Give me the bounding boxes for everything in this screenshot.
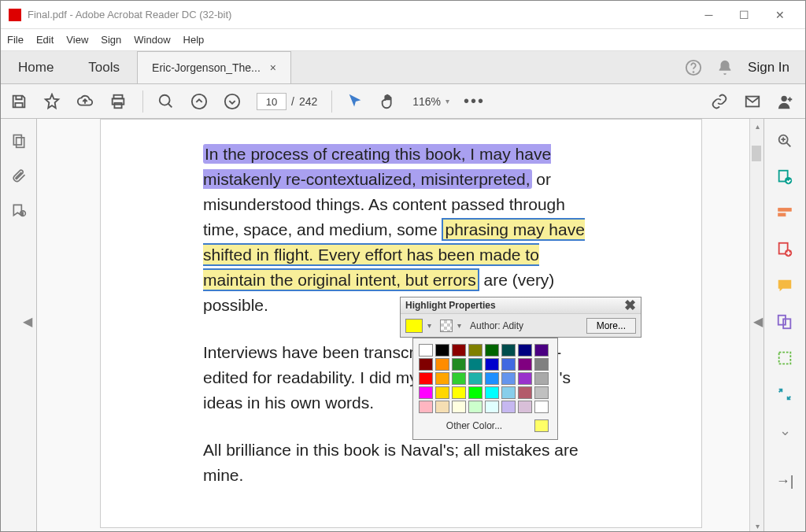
color-cell[interactable] <box>534 386 549 399</box>
attachment-icon[interactable] <box>11 168 27 183</box>
zoom-icon[interactable] <box>157 93 176 110</box>
more-icon[interactable]: ••• <box>464 92 482 110</box>
color-cell[interactable] <box>419 344 433 357</box>
print-icon[interactable] <box>109 93 128 110</box>
expand-tools-icon[interactable]: ⌄ <box>774 419 796 441</box>
page-up-icon[interactable] <box>190 93 209 110</box>
color-cell[interactable] <box>435 372 449 385</box>
menu-window[interactable]: Window <box>134 34 170 46</box>
color-cell[interactable] <box>452 344 466 357</box>
help-icon[interactable] <box>685 59 702 76</box>
add-person-icon[interactable] <box>777 93 796 110</box>
hand-tool-icon[interactable] <box>379 93 398 110</box>
scrollbar-thumb[interactable] <box>752 146 761 161</box>
menu-view[interactable]: View <box>66 34 88 46</box>
color-cell[interactable] <box>435 344 449 357</box>
color-cell[interactable] <box>435 386 449 399</box>
right-collapse-icon[interactable]: ◀ <box>753 314 763 329</box>
menu-help[interactable]: Help <box>183 34 205 46</box>
signin-button[interactable]: Sign In <box>748 60 789 76</box>
color-cell[interactable] <box>534 344 549 357</box>
zoom-display[interactable]: 116% ▾ <box>412 95 449 108</box>
other-color-button[interactable]: Other Color... <box>422 420 527 431</box>
page-current-input[interactable]: 10 <box>257 93 287 110</box>
color-cell[interactable] <box>435 401 449 413</box>
color-cell[interactable] <box>501 344 516 357</box>
color-cell[interactable] <box>419 372 433 385</box>
color-cell[interactable] <box>518 386 532 399</box>
color-cell[interactable] <box>452 358 466 371</box>
color-cell[interactable] <box>468 372 482 385</box>
color-cell[interactable] <box>452 386 466 399</box>
share-link-icon[interactable] <box>711 93 730 110</box>
color-cell[interactable] <box>534 358 549 371</box>
color-cell[interactable] <box>485 358 499 371</box>
color-cell[interactable] <box>419 386 433 399</box>
popup-close-icon[interactable]: ✖ <box>624 297 636 314</box>
color-cell[interactable] <box>518 401 532 413</box>
color-cell[interactable] <box>534 372 549 385</box>
combine-files-icon[interactable] <box>774 311 796 333</box>
bell-icon[interactable] <box>716 59 734 76</box>
tab-tools[interactable]: Tools <box>71 51 137 83</box>
page-down-icon[interactable] <box>224 93 242 110</box>
color-cell[interactable] <box>518 344 532 357</box>
comment-icon[interactable] <box>774 275 796 297</box>
scroll-down-icon[interactable]: ▾ <box>750 519 764 532</box>
close-button[interactable]: ✕ <box>762 1 797 29</box>
color-cell[interactable] <box>501 358 516 371</box>
more-button[interactable]: More... <box>586 318 636 334</box>
select-tool-icon[interactable] <box>346 93 365 110</box>
color-cell[interactable] <box>452 401 466 413</box>
thumbnails-icon[interactable] <box>11 133 27 149</box>
opacity-button[interactable] <box>440 320 453 332</box>
color-cell[interactable] <box>501 401 516 413</box>
compress-pdf-icon[interactable] <box>774 383 796 405</box>
maximize-button[interactable]: ☐ <box>727 1 762 29</box>
color-cell[interactable] <box>435 358 449 371</box>
color-cell[interactable] <box>485 372 499 385</box>
export-pdf-icon[interactable] <box>774 166 796 188</box>
color-cell[interactable] <box>452 372 466 385</box>
cloud-upload-icon[interactable] <box>76 93 95 110</box>
tab-close-icon[interactable]: × <box>270 61 276 74</box>
color-cell[interactable] <box>419 358 433 371</box>
color-cell[interactable] <box>518 372 532 385</box>
color-cell[interactable] <box>518 358 532 371</box>
search-tool-icon[interactable] <box>774 130 796 152</box>
color-cell[interactable] <box>485 401 499 413</box>
create-pdf-icon[interactable] <box>774 238 796 260</box>
color-cell[interactable] <box>468 344 482 357</box>
email-icon[interactable] <box>744 93 763 110</box>
scroll-up-icon[interactable]: ▴ <box>750 119 764 133</box>
menu-sign[interactable]: Sign <box>101 34 121 46</box>
menu-file[interactable]: File <box>7 34 24 46</box>
color-cell[interactable] <box>419 401 433 413</box>
collapse-pane-icon[interactable]: →| <box>774 470 796 492</box>
chevron-down-icon[interactable]: ▾ <box>457 321 465 330</box>
color-cell[interactable] <box>485 344 499 357</box>
color-swatch-button[interactable] <box>405 319 423 333</box>
color-cell[interactable] <box>501 372 516 385</box>
highlight-properties-popup[interactable]: Highlight Properties ✖ ▾ ▾ Author: Adity… <box>400 297 641 338</box>
color-cell[interactable] <box>534 401 549 413</box>
chevron-down-icon[interactable]: ▾ <box>427 321 435 330</box>
tab-document[interactable]: Eric-Jorgenson_The... × <box>137 51 291 83</box>
organize-pages-icon[interactable] <box>774 347 796 369</box>
color-cell[interactable] <box>501 386 516 399</box>
minimize-button[interactable]: ─ <box>691 1 727 29</box>
edit-pdf-icon[interactable] <box>774 202 796 224</box>
color-picker[interactable]: Other Color... <box>412 338 558 440</box>
star-icon[interactable] <box>43 93 62 110</box>
menu-edit[interactable]: Edit <box>36 34 54 46</box>
highlight-purple-1[interactable]: In the process of creating this book, I … <box>203 144 551 189</box>
color-cell[interactable] <box>468 358 482 371</box>
left-collapse-icon[interactable]: ◀ <box>23 314 32 329</box>
tab-home[interactable]: Home <box>1 51 71 83</box>
popup-header[interactable]: Highlight Properties ✖ <box>401 297 641 313</box>
color-cell[interactable] <box>468 401 482 413</box>
color-cell[interactable] <box>485 386 499 399</box>
color-cell[interactable] <box>468 386 482 399</box>
bookmark-icon[interactable]: i <box>11 202 27 218</box>
save-icon[interactable] <box>10 93 29 110</box>
